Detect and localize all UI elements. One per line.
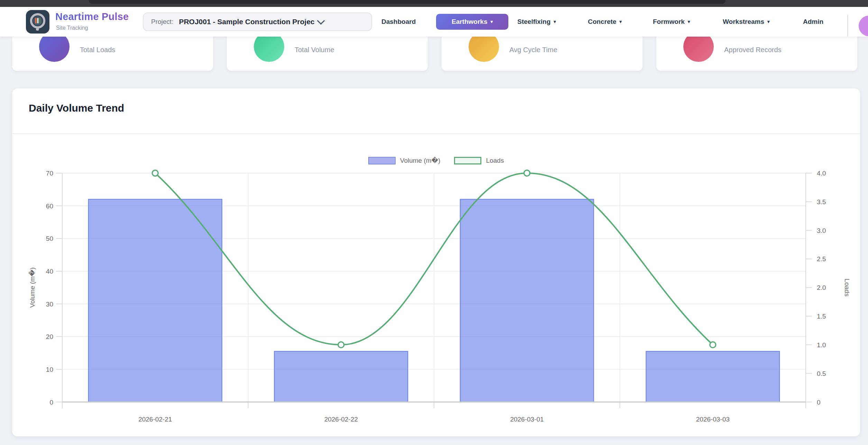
brand-subtitle: Site Tracking: [56, 25, 88, 31]
project-selector[interactable]: Project: PROJ001 - Sample Construction P…: [143, 12, 372, 31]
right-axis-tick-label: 1.5: [817, 313, 826, 320]
loads-point-2026-02-22[interactable]: [338, 342, 344, 348]
nav-item-steelfixing[interactable]: Steelfixing▾: [517, 7, 556, 37]
chart-title: Daily Volume Trend: [29, 102, 124, 114]
bar-2026-02-21[interactable]: [89, 199, 222, 402]
x-axis-label: 2026-03-03: [696, 416, 730, 423]
chart-card: Daily Volume Trend Volume (m�)Loads 0102…: [12, 88, 860, 436]
nav-item-concrete[interactable]: Concrete▾: [588, 7, 622, 37]
caret-down-icon: ▾: [490, 19, 493, 24]
caret-down-icon: ▾: [767, 19, 770, 24]
loads-point-2026-03-03[interactable]: [710, 342, 716, 348]
caret-down-icon: ▾: [619, 19, 622, 24]
nav-item-label: Earthworks: [452, 18, 487, 26]
right-axis-tick-label: 0.5: [817, 370, 826, 377]
right-axis-title: Loads: [843, 278, 851, 296]
nav-item-label: Steelfixing: [517, 18, 551, 26]
header-divider: [847, 15, 848, 36]
nav-item-dashboard[interactable]: Dashboard: [381, 7, 416, 37]
project-selector-label: Project:: [151, 18, 173, 26]
right-axis-tick-label: 3.0: [817, 227, 826, 234]
y-axis-tick-label: 50: [46, 235, 53, 242]
right-axis-tick-label: 2.0: [817, 284, 826, 291]
right-axis-tick-label: 2.5: [817, 255, 826, 263]
right-axis-tick-label: 1.0: [817, 341, 826, 349]
loads-point-2026-03-01[interactable]: [524, 170, 530, 176]
y-axis-tick-label: 0: [49, 399, 53, 406]
right-axis-tick-label: 3.5: [817, 198, 826, 206]
user-avatar[interactable]: [859, 16, 868, 36]
stat-card-label: Approved Records: [724, 46, 782, 54]
bar-2026-03-01[interactable]: [460, 199, 594, 402]
y-axis-tick-label: 20: [46, 333, 53, 340]
x-axis-label: 2026-02-22: [324, 416, 358, 423]
browser-chrome-strip: [0, 0, 868, 7]
y-axis-tick-label: 10: [46, 366, 53, 373]
bar-2026-03-03[interactable]: [646, 351, 779, 402]
browser-tab-shade: [89, 0, 726, 4]
nav-item-label: Concrete: [588, 18, 616, 26]
nav-item-label: Dashboard: [381, 18, 416, 26]
nav-item-label: Admin: [803, 18, 823, 26]
nav-item-label: Formwork: [653, 18, 685, 26]
loads-point-2026-02-21[interactable]: [152, 170, 158, 176]
nav-item-admin[interactable]: Admin: [803, 7, 823, 37]
stat-card-label: Total Volume: [295, 46, 334, 54]
project-selector-value: PROJ001 - Sample Construction Projec: [179, 18, 314, 26]
y-axis-tick-label: 60: [46, 202, 53, 210]
app-logo[interactable]: [26, 10, 49, 34]
nav-item-formwork[interactable]: Formwork▾: [653, 7, 690, 37]
chart-canvas[interactable]: 01020304050607000.51.01.52.02.53.03.54.0…: [12, 133, 860, 436]
app-header: Neartime Pulse Site Tracking Project: PR…: [0, 7, 868, 37]
x-axis-label: 2026-03-01: [510, 416, 544, 423]
caret-down-icon: ▾: [688, 19, 690, 24]
right-axis-tick-label: 4.0: [817, 170, 826, 177]
stat-card-label: Avg Cycle Time: [509, 46, 557, 54]
right-axis-tick-label: 0: [817, 399, 821, 406]
nav-item-earthworks[interactable]: Earthworks▾: [436, 14, 508, 30]
stat-card-label: Total Loads: [80, 46, 115, 54]
crest-logo-icon: [28, 12, 48, 32]
y-axis-tick-label: 30: [46, 301, 53, 308]
nav-item-label: Workstreams: [723, 18, 764, 26]
left-axis-title: Volume (m�): [28, 267, 36, 308]
brand-name: Neartime Pulse: [55, 11, 129, 22]
y-axis-tick-label: 40: [46, 268, 53, 275]
x-axis-label: 2026-02-21: [138, 416, 172, 423]
chevron-down-icon: [317, 17, 325, 25]
nav-item-workstreams[interactable]: Workstreams▾: [723, 7, 770, 37]
bar-2026-02-22[interactable]: [274, 351, 408, 402]
caret-down-icon: ▾: [554, 19, 556, 24]
y-axis-tick-label: 70: [46, 170, 53, 177]
